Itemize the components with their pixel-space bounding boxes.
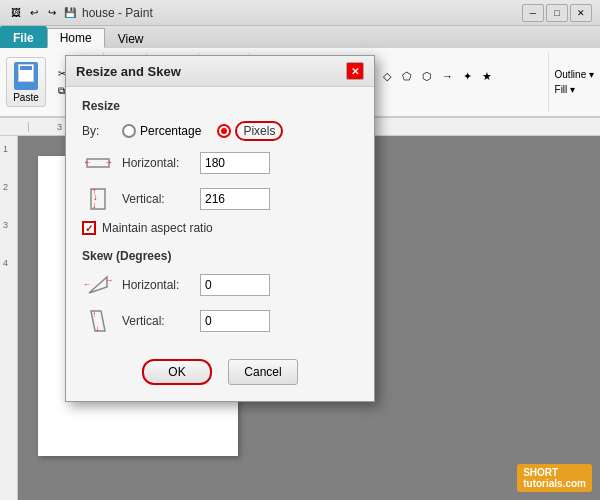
v-skew-icon: ↑ ↓ (82, 307, 114, 335)
ribbon-group-outline-fill: Outline ▾ Fill ▾ (555, 52, 594, 112)
save-icon[interactable]: 💾 (62, 5, 78, 21)
skew-h-input[interactable] (200, 274, 270, 296)
maintain-aspect-label: Maintain aspect ratio (102, 221, 213, 235)
shape-star5[interactable]: ★ (478, 67, 496, 85)
skew-section: Skew (Degrees) ← → Horizontal: (82, 249, 358, 335)
tab-home[interactable]: Home (47, 28, 105, 48)
shape-pentagon[interactable]: ⬠ (398, 67, 416, 85)
radio-pixels[interactable]: Pixels (217, 121, 283, 141)
ribbon-tabs: File Home View (0, 26, 600, 48)
dialog-body: Resize By: Percentage Pixels (66, 87, 374, 401)
skew-section-title: Skew (Degrees) (82, 249, 358, 263)
horizontal-label: Horizontal: (122, 156, 192, 170)
ok-button[interactable]: OK (142, 359, 212, 385)
maintain-aspect-row: ✓ Maintain aspect ratio (82, 221, 358, 235)
by-row: By: Percentage Pixels (82, 121, 358, 141)
app-icon: 🖼 (8, 5, 24, 21)
svg-text:↓: ↓ (92, 200, 97, 210)
radio-percentage-circle[interactable] (122, 124, 136, 138)
outline-button[interactable]: Outline ▾ (555, 69, 594, 80)
resize-skew-dialog: Resize and Skew ✕ Resize By: Percentage (65, 55, 375, 402)
svg-text:↑: ↑ (92, 187, 97, 196)
radio-pixels-circle[interactable] (217, 124, 231, 138)
shape-hex[interactable]: ⬡ (418, 67, 436, 85)
radio-percentage[interactable]: Percentage (122, 124, 201, 138)
svg-text:→: → (104, 157, 113, 167)
percentage-label: Percentage (140, 124, 201, 138)
horizontal-input[interactable] (200, 152, 270, 174)
skew-v-label: Vertical: (122, 314, 192, 328)
skew-v-input[interactable] (200, 310, 270, 332)
by-label: By: (82, 124, 112, 138)
title-bar-left: 🖼 ↩ ↪ 💾 house - Paint (8, 5, 153, 21)
shape-diamond[interactable]: ◇ (378, 67, 396, 85)
minimize-button[interactable]: ─ (522, 4, 544, 22)
svg-text:←: ← (83, 157, 92, 167)
horizontal-field-row: ← → Horizontal: (82, 149, 358, 177)
title-bar-controls: ─ □ ✕ (522, 4, 592, 22)
cancel-button[interactable]: Cancel (228, 359, 298, 385)
vertical-input[interactable] (200, 188, 270, 210)
tab-file[interactable]: File (0, 26, 47, 48)
maximize-button[interactable]: □ (546, 4, 568, 22)
h-skew-svg: ← → (83, 273, 113, 297)
skew-h-label: Horizontal: (122, 278, 192, 292)
h-resize-icon: ← → (82, 149, 114, 177)
svg-text:←: ← (83, 280, 91, 289)
v-resize-icon: ← ↑ ↓ (82, 185, 114, 213)
vertical-label: Vertical: (122, 192, 192, 206)
skew-v-field-row: ↑ ↓ Vertical: (82, 307, 358, 335)
pixels-label: Pixels (235, 121, 283, 141)
dialog-title-text: Resize and Skew (76, 64, 181, 79)
fill-button[interactable]: Fill ▾ (555, 84, 594, 95)
v-skew-svg: ↑ ↓ (83, 309, 113, 333)
h-skew-icon: ← → (82, 271, 114, 299)
resize-section: Resize By: Percentage Pixels (82, 99, 358, 235)
v-resize-svg: ← ↑ ↓ (83, 187, 113, 211)
undo-icon[interactable]: ↩ (26, 5, 42, 21)
h-resize-svg: ← → (83, 151, 113, 175)
tab-view[interactable]: View (105, 28, 157, 48)
svg-text:→: → (105, 276, 113, 285)
title-bar: 🖼 ↩ ↪ 💾 house - Paint ─ □ ✕ (0, 0, 600, 26)
dialog-close-button[interactable]: ✕ (346, 62, 364, 80)
svg-text:↓: ↓ (95, 324, 99, 333)
watermark: SHORTtutorials.com (517, 464, 592, 492)
redo-icon[interactable]: ↪ (44, 5, 60, 21)
checkbox-checkmark: ✓ (85, 223, 93, 234)
ruler-vertical: 1 2 3 4 (0, 136, 18, 500)
watermark-text: SHORTtutorials.com (523, 467, 586, 489)
app-title: house - Paint (82, 6, 153, 20)
radio-group: Percentage Pixels (122, 121, 283, 141)
resize-section-title: Resize (82, 99, 358, 113)
paste-button[interactable]: Paste (6, 57, 46, 107)
title-bar-icons: 🖼 ↩ ↪ 💾 (8, 5, 78, 21)
svg-text:↑: ↑ (92, 310, 96, 319)
vertical-field-row: ← ↑ ↓ Vertical: (82, 185, 358, 213)
dialog-buttons: OK Cancel (82, 351, 358, 389)
close-button[interactable]: ✕ (570, 4, 592, 22)
maintain-aspect-checkbox[interactable]: ✓ (82, 221, 96, 235)
shape-arrow[interactable]: → (438, 67, 456, 85)
dialog-title-bar: Resize and Skew ✕ (66, 56, 374, 87)
skew-h-field-row: ← → Horizontal: (82, 271, 358, 299)
shape-star4[interactable]: ✦ (458, 67, 476, 85)
